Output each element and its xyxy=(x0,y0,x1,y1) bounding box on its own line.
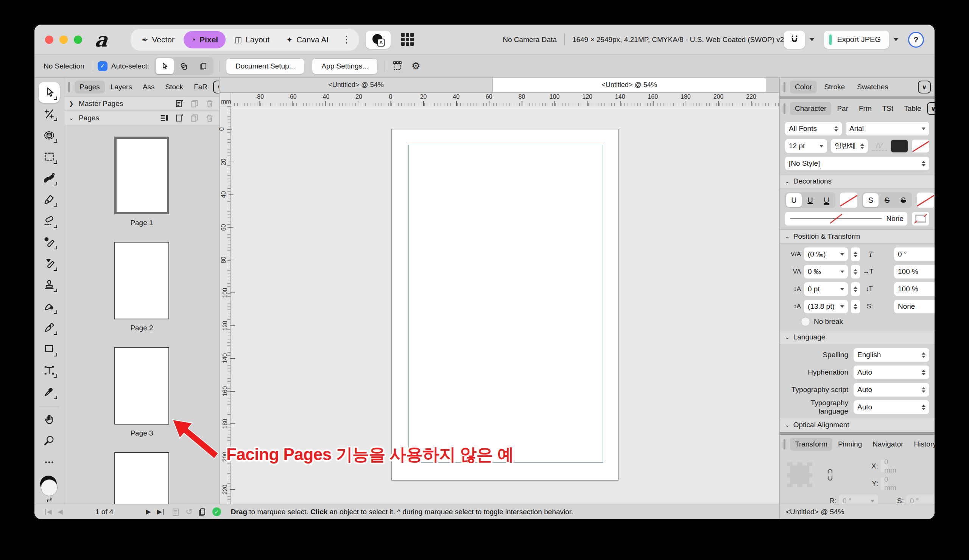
tab-navigator[interactable]: Navigator xyxy=(867,438,908,450)
persona-pixel[interactable]: ◔Pixel xyxy=(183,31,226,48)
move-tool[interactable] xyxy=(38,82,60,103)
tab-swatches[interactable]: Swatches xyxy=(852,81,893,93)
clone-brush-tool[interactable] xyxy=(38,275,60,296)
frame-text-tool[interactable] xyxy=(38,360,60,381)
spelling-select[interactable]: English xyxy=(854,348,929,362)
panel-splitter[interactable] xyxy=(780,432,934,435)
panel-menu-button[interactable]: ∨ xyxy=(213,81,220,93)
tab-par[interactable]: Par xyxy=(832,102,853,115)
preflight-device-icon[interactable] xyxy=(198,507,207,517)
panel-menu-button[interactable]: ∨ xyxy=(927,102,934,115)
persona-more-icon[interactable]: ⋮ xyxy=(338,34,355,45)
underline-color-swatch[interactable] xyxy=(840,193,857,208)
persona-canva-ai[interactable]: ✦Canva AI xyxy=(278,31,336,48)
shape-tool[interactable] xyxy=(38,339,60,359)
page-thumbnail-4[interactable] xyxy=(64,452,219,504)
sections-icon[interactable] xyxy=(159,113,169,123)
zoom-tool[interactable] xyxy=(38,430,60,451)
x-field[interactable]: 0 mm xyxy=(881,460,888,473)
link-dimensions-toggle[interactable] xyxy=(824,467,836,482)
panel-splitter[interactable] xyxy=(780,96,934,99)
panel-menu-button[interactable]: ∨ xyxy=(918,81,931,93)
last-page-button[interactable]: ▶ xyxy=(155,508,166,516)
kerning-stepper[interactable] xyxy=(851,248,860,261)
text-stroke-color-swatch[interactable] xyxy=(912,140,929,153)
tab-stock[interactable]: Stock xyxy=(160,81,188,93)
more-tools[interactable] xyxy=(38,452,60,473)
add-page-icon[interactable] xyxy=(175,113,184,123)
tab-tst[interactable]: TSt xyxy=(877,102,899,115)
tab-stroke[interactable]: Stroke xyxy=(819,81,850,93)
page-list-icon[interactable] xyxy=(171,507,180,517)
export-dropdown-icon[interactable] xyxy=(894,38,898,41)
zoom-window-button[interactable] xyxy=(74,36,82,44)
decorations-section-header[interactable]: ⌄ Decorations xyxy=(780,174,934,188)
swap-colours-icon[interactable]: ⇄ xyxy=(46,496,52,504)
help-button[interactable]: ? xyxy=(908,32,924,48)
text-frame-decoration-swatch[interactable] xyxy=(912,212,929,226)
typography-select[interactable]: None xyxy=(894,300,934,313)
tab-frm[interactable]: Frm xyxy=(854,102,877,115)
tab-layers[interactable]: Layers xyxy=(106,81,137,93)
text-style-select[interactable]: [No Style] xyxy=(785,157,929,170)
page-thumbnail-1[interactable]: Page 1 xyxy=(64,136,219,242)
persona-layout[interactable]: ◫Layout xyxy=(227,31,277,48)
page-thumbnail-image[interactable] xyxy=(114,347,169,425)
autoselect-group-button[interactable] xyxy=(175,58,193,74)
document-setup-button[interactable]: Document Setup... xyxy=(226,58,304,74)
marquee-select-tool[interactable] xyxy=(38,146,60,167)
decoration-stroke-style-select[interactable]: None xyxy=(785,212,907,226)
tab-pinning[interactable]: Pinning xyxy=(833,438,867,450)
preflight-ok-icon[interactable]: ✓ xyxy=(212,507,221,516)
shear-field[interactable]: 0 ° xyxy=(894,248,934,261)
gear-icon[interactable]: ⚙ xyxy=(411,60,420,72)
document-tab-2[interactable]: <Untitled> @ 54% xyxy=(493,78,766,92)
tab-table[interactable]: Table xyxy=(899,102,926,115)
language-section-header[interactable]: ⌄ Language xyxy=(780,330,934,344)
paint-mixer-brush-tool[interactable] xyxy=(38,168,60,188)
persona-vector[interactable]: ✒Vector xyxy=(134,31,182,48)
colour-selector-wheel[interactable] xyxy=(39,475,59,495)
kerning-select[interactable]: (0 ‰) xyxy=(804,248,848,261)
text-fill-color-swatch[interactable] xyxy=(891,140,908,153)
baseline-stepper[interactable] xyxy=(851,282,860,296)
panel-grip[interactable] xyxy=(784,82,786,92)
page-thumbnail-image[interactable] xyxy=(114,452,169,504)
hyphenation-select[interactable]: Auto xyxy=(854,366,929,379)
page-thumbnail-image[interactable] xyxy=(114,242,169,319)
selection-brush-tool[interactable] xyxy=(38,125,60,146)
underline-button[interactable]: U xyxy=(803,193,818,207)
tracking-select[interactable]: 0 ‰ xyxy=(804,265,848,279)
panel-grip[interactable] xyxy=(68,82,70,92)
double-strikethrough-button[interactable]: S xyxy=(896,193,911,207)
panel-grip[interactable] xyxy=(784,439,786,450)
document-viewport[interactable] xyxy=(231,106,779,504)
tab-character[interactable]: Character xyxy=(790,102,831,115)
baseline-select[interactable]: 0 pt xyxy=(804,282,848,296)
font-variant-select[interactable]: 일반체 xyxy=(831,139,868,153)
erase-brush-tool[interactable] xyxy=(38,210,60,231)
shear-select[interactable]: 0 ° xyxy=(906,495,934,504)
autoselect-object-button[interactable] xyxy=(156,58,174,74)
add-master-icon[interactable] xyxy=(175,99,184,109)
leading-select[interactable]: (13.8 pt) xyxy=(804,300,848,313)
optical-alignment-section-header[interactable]: ⌄ Optical Alignment xyxy=(780,418,934,432)
smudge-brush-tool[interactable] xyxy=(38,296,60,317)
tracking-stepper[interactable] xyxy=(851,265,860,279)
snapping-dropdown-icon[interactable] xyxy=(810,38,814,41)
double-underline-button[interactable]: U xyxy=(819,193,834,207)
ink-brush-tool[interactable] xyxy=(38,253,60,274)
next-page-button[interactable]: ▶ xyxy=(144,508,153,516)
page-thumbnail-image[interactable] xyxy=(114,136,169,214)
close-window-button[interactable] xyxy=(45,36,53,44)
autoselect-layer-button[interactable] xyxy=(194,58,212,74)
document-page[interactable] xyxy=(391,129,618,480)
first-page-button[interactable]: ◀ xyxy=(43,508,54,516)
character-panel-toggle-button[interactable]: A xyxy=(366,31,391,49)
snapping-button[interactable] xyxy=(784,31,805,49)
y-field[interactable]: 0 mm xyxy=(881,477,888,490)
strikethrough-color-swatch[interactable] xyxy=(917,193,934,208)
font-family-select[interactable]: Arial xyxy=(846,122,929,135)
pages-section-header[interactable]: ⌄ Pages xyxy=(64,111,219,125)
panel-grip[interactable] xyxy=(784,103,786,114)
